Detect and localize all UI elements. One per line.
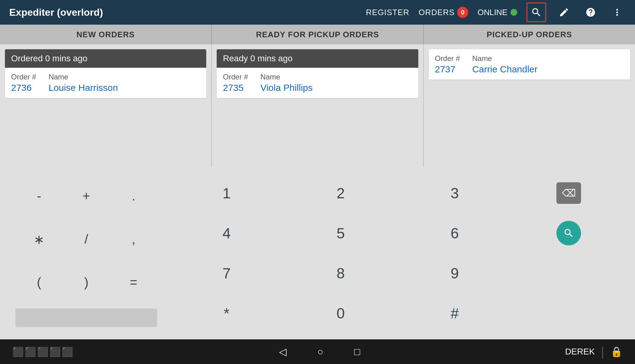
- more-icon: [612, 7, 622, 18]
- key-5[interactable]: 5: [284, 213, 398, 253]
- bottom-right: DEREK | 🔒: [565, 345, 623, 359]
- keypad-right: 1 2 3 ⌫ 4 5 6 7 8 9 * 0 #: [166, 170, 629, 336]
- new-order-label-0: Order #: [11, 73, 36, 81]
- new-orders-column: Ordered 0 mins ago Order # Name 2736 Lou…: [0, 44, 212, 167]
- key-search[interactable]: [512, 213, 626, 253]
- picked-up-name-label-0: Name: [472, 54, 624, 63]
- key-4[interactable]: 4: [170, 213, 284, 253]
- picked-up-card-0[interactable]: Order # Name 2737 Carrie Chandler: [429, 49, 630, 79]
- key-dot[interactable]: .: [117, 181, 150, 212]
- key-minus[interactable]: -: [22, 181, 56, 212]
- online-indicator: ONLINE: [477, 8, 517, 17]
- key-asterisk[interactable]: ∗: [22, 224, 56, 255]
- ready-order-name-0: Viola Phillips: [260, 83, 412, 93]
- lock-icon[interactable]: 🔒: [610, 346, 623, 358]
- search-button[interactable]: [526, 2, 546, 22]
- barcode-icon: ⬛⬛⬛⬛⬛: [12, 346, 74, 357]
- picked-up-header: PICKED-UP ORDERS: [424, 25, 635, 44]
- key-comma[interactable]: ,: [117, 224, 150, 255]
- more-button[interactable]: [608, 4, 626, 21]
- back-button[interactable]: ◁: [279, 346, 287, 358]
- pencil-icon: [559, 7, 569, 18]
- bottom-nav: ◁ ○ □: [279, 346, 360, 358]
- key-close-paren[interactable]: ): [69, 267, 103, 298]
- key-7[interactable]: 7: [170, 253, 284, 293]
- keypad-left-row-2: ( ) =: [15, 262, 157, 302]
- picked-up-order-label-0: Order #: [435, 54, 460, 63]
- new-order-body-0: Order # Name 2736 Louise Harrisson: [5, 68, 206, 98]
- key-0[interactable]: 0: [284, 293, 398, 333]
- new-order-number-0: 2736: [11, 83, 36, 93]
- ready-order-card-0[interactable]: Ready 0 mins ago Order # Name 2735 Viola…: [217, 49, 418, 98]
- key-6[interactable]: 6: [398, 213, 512, 253]
- backspace-icon: ⌫: [556, 182, 581, 204]
- online-dot: [510, 9, 517, 16]
- picked-up-name-0: Carrie Chandler: [472, 64, 624, 75]
- picked-up-column: Order # Name 2737 Carrie Chandler: [424, 44, 635, 167]
- topbar: Expediter (overlord) REGISTER ORDERS 0 O…: [0, 0, 635, 25]
- keypad-left: - + . ∗ / , ( ) =: [6, 170, 166, 336]
- bottom-bar: ⬛⬛⬛⬛⬛ ◁ ○ □ DEREK | 🔒: [0, 339, 635, 364]
- new-order-header-0: Ordered 0 mins ago: [5, 49, 206, 68]
- pencil-button[interactable]: [555, 4, 573, 21]
- key-2[interactable]: 2: [284, 173, 398, 213]
- ready-order-body-0: Order # Name 2735 Viola Phillips: [217, 68, 418, 98]
- ready-order-header-0: Ready 0 mins ago: [217, 49, 418, 68]
- key-1[interactable]: 1: [170, 173, 284, 213]
- app-title: Expediter (overlord): [9, 7, 366, 18]
- search-icon: [531, 7, 542, 18]
- new-order-card-0[interactable]: Ordered 0 mins ago Order # Name 2736 Lou…: [5, 49, 206, 98]
- new-orders-header: NEW ORDERS: [0, 25, 212, 44]
- online-label: ONLINE: [477, 8, 507, 17]
- key-empty-2: [512, 293, 626, 333]
- ready-order-label-0: Order #: [223, 73, 248, 81]
- keypad-left-row-0: - + .: [15, 176, 157, 216]
- key-3[interactable]: 3: [398, 173, 512, 213]
- register-button[interactable]: REGISTER: [366, 8, 409, 17]
- orders-count-badge: 0: [457, 7, 468, 18]
- key-plus[interactable]: +: [69, 181, 103, 212]
- ready-order-number-0: 2735: [223, 83, 248, 93]
- picked-up-order-number-0: 2737: [435, 64, 460, 75]
- key-backspace[interactable]: ⌫: [512, 173, 626, 213]
- key-star[interactable]: *: [170, 293, 284, 333]
- new-order-name-label-0: Name: [48, 73, 200, 81]
- keypad-left-row-1: ∗ / ,: [15, 219, 157, 259]
- keypad-area: - + . ∗ / , ( ) = 1 2 3 ⌫ 4 5 6: [0, 167, 635, 339]
- ready-order-name-label-0: Name: [260, 73, 412, 81]
- key-hash[interactable]: #: [398, 293, 512, 333]
- orders-button[interactable]: ORDERS: [419, 8, 455, 17]
- new-order-name-0: Louise Harrisson: [48, 83, 200, 93]
- topbar-right: REGISTER ORDERS 0 ONLINE: [366, 2, 626, 22]
- columns-header: NEW ORDERS READY FOR PICKUP ORDERS PICKE…: [0, 25, 635, 44]
- input-bar[interactable]: [15, 309, 157, 327]
- key-9[interactable]: 9: [398, 253, 512, 293]
- user-label: DEREK: [565, 347, 595, 357]
- help-button[interactable]: [582, 4, 599, 21]
- help-icon: [585, 7, 596, 18]
- key-equals[interactable]: =: [117, 267, 150, 298]
- key-8[interactable]: 8: [284, 253, 398, 293]
- home-button[interactable]: ○: [318, 346, 323, 358]
- ready-pickup-header: READY FOR PICKUP ORDERS: [212, 25, 424, 44]
- main-area: Ordered 0 mins ago Order # Name 2736 Lou…: [0, 44, 635, 167]
- recents-button[interactable]: □: [354, 346, 360, 358]
- key-empty-1: [512, 253, 626, 293]
- orders-badge: ORDERS 0: [419, 7, 468, 18]
- divider: |: [601, 345, 604, 359]
- ready-pickup-column: Ready 0 mins ago Order # Name 2735 Viola…: [212, 44, 424, 167]
- key-slash[interactable]: /: [69, 224, 103, 255]
- key-open-paren[interactable]: (: [22, 267, 56, 298]
- search-circle-icon: [556, 221, 581, 245]
